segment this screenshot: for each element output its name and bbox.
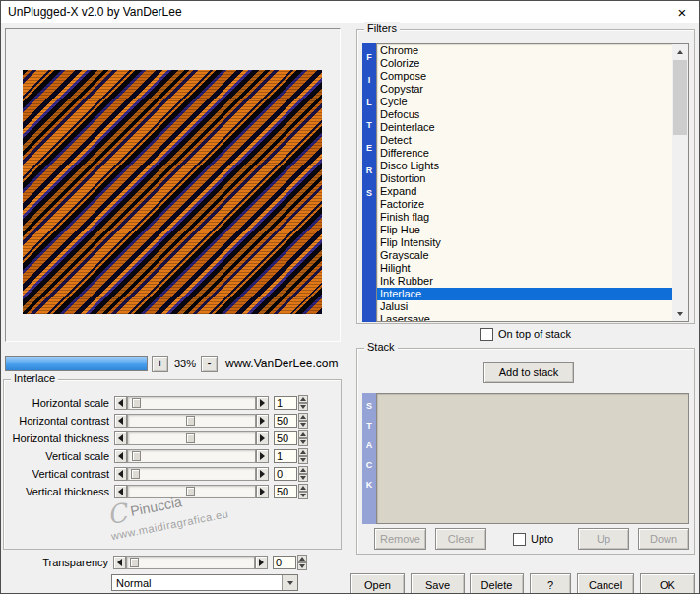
down-button[interactable]: Down bbox=[638, 528, 689, 550]
blend-mode-select[interactable]: Normal bbox=[111, 574, 298, 591]
filter-item[interactable]: Deinterlace bbox=[377, 121, 672, 134]
cancel-button[interactable]: Cancel bbox=[577, 573, 634, 594]
scrollbar-thumb[interactable] bbox=[673, 60, 687, 135]
filter-item[interactable]: Lasersave bbox=[377, 313, 672, 321]
slider-track[interactable] bbox=[127, 485, 256, 498]
slider-right-arrow[interactable] bbox=[256, 414, 269, 428]
filter-item[interactable]: Grayscale bbox=[377, 249, 672, 262]
filter-item[interactable]: Copystar bbox=[377, 83, 672, 96]
slider-left-arrow[interactable] bbox=[114, 414, 127, 428]
slider-spinner[interactable] bbox=[298, 395, 308, 411]
spin-up-button[interactable] bbox=[298, 413, 308, 421]
delete-button[interactable]: Delete bbox=[470, 573, 524, 594]
vanderlee-website-link[interactable]: www.VanDerLee.com bbox=[225, 357, 339, 370]
clear-button[interactable]: Clear bbox=[435, 528, 486, 550]
slider-thumb[interactable] bbox=[132, 451, 141, 461]
scroll-up-icon[interactable] bbox=[672, 44, 688, 59]
filter-item[interactable]: Interlace bbox=[377, 288, 672, 300]
slider-left-arrow[interactable] bbox=[114, 449, 127, 463]
slider-track[interactable] bbox=[126, 556, 255, 569]
slider-thumb[interactable] bbox=[132, 398, 141, 408]
slider-thumb[interactable] bbox=[130, 558, 139, 567]
spin-up-button[interactable] bbox=[298, 484, 308, 492]
spin-down-button[interactable] bbox=[298, 403, 308, 411]
save-button[interactable]: Save bbox=[411, 573, 465, 594]
filter-item[interactable]: Distortion bbox=[377, 172, 672, 185]
slider-left-arrow[interactable] bbox=[114, 431, 127, 445]
filters-scrollbar[interactable] bbox=[672, 44, 688, 321]
spin-up-button[interactable] bbox=[298, 395, 308, 403]
ok-button[interactable]: OK bbox=[640, 573, 695, 594]
slider-spinner[interactable] bbox=[298, 413, 308, 429]
spin-down-button[interactable] bbox=[298, 456, 308, 464]
open-button[interactable]: Open bbox=[350, 573, 405, 594]
on-top-of-stack-checkbox[interactable]: On top of stack bbox=[480, 327, 571, 341]
slider-right-arrow[interactable] bbox=[256, 467, 269, 481]
spin-down-button[interactable] bbox=[297, 562, 307, 570]
filter-item[interactable]: Finish flag bbox=[377, 211, 672, 224]
spin-up-button[interactable] bbox=[297, 555, 307, 562]
slider-track[interactable] bbox=[127, 431, 256, 445]
slider-spinner[interactable] bbox=[298, 466, 308, 482]
slider-value-input[interactable]: 50 bbox=[274, 431, 297, 445]
slider-thumb[interactable] bbox=[186, 433, 195, 443]
filter-item[interactable]: Compose bbox=[377, 70, 672, 83]
filter-item[interactable]: Flip Intensity bbox=[377, 236, 672, 249]
close-icon[interactable]: × bbox=[666, 1, 699, 23]
filter-item[interactable]: Cycle bbox=[377, 96, 672, 108]
spin-up-button[interactable] bbox=[298, 466, 308, 474]
slider-value-input[interactable]: 50 bbox=[274, 414, 297, 428]
slider-value-input[interactable]: 1 bbox=[274, 396, 297, 410]
spin-down-button[interactable] bbox=[298, 492, 308, 499]
slider-track[interactable] bbox=[127, 414, 256, 428]
slider-left-arrow[interactable] bbox=[114, 396, 127, 410]
slider-left-arrow[interactable] bbox=[113, 556, 126, 569]
chevron-down-icon[interactable] bbox=[282, 575, 297, 590]
slider-spinner[interactable] bbox=[298, 484, 308, 499]
slider-spinner[interactable] bbox=[297, 555, 307, 570]
filters-list[interactable]: ChromeColorizeComposeCopystarCycleDefocu… bbox=[376, 43, 689, 322]
slider-thumb[interactable] bbox=[186, 416, 195, 426]
filter-item[interactable]: Defocus bbox=[377, 108, 672, 121]
filter-item[interactable]: Difference bbox=[377, 147, 672, 160]
transparency-value-input[interactable]: 0 bbox=[273, 556, 296, 569]
slider-spinner[interactable] bbox=[298, 448, 308, 464]
slider-right-arrow[interactable] bbox=[256, 396, 269, 410]
stack-list[interactable] bbox=[376, 393, 689, 524]
slider-right-arrow[interactable] bbox=[256, 431, 269, 445]
slider-right-arrow[interactable] bbox=[256, 485, 269, 498]
slider-thumb[interactable] bbox=[131, 469, 140, 479]
add-to-stack-button[interactable]: Add to stack bbox=[483, 362, 574, 383]
slider-right-arrow[interactable] bbox=[255, 556, 268, 569]
spin-down-button[interactable] bbox=[298, 438, 308, 446]
slider-spinner[interactable] bbox=[298, 430, 308, 446]
slider-value-input[interactable]: 1 bbox=[274, 449, 297, 463]
zoom-in-button[interactable]: + bbox=[152, 356, 168, 372]
slider-track[interactable] bbox=[127, 449, 256, 463]
filter-item[interactable]: Detect bbox=[377, 134, 672, 147]
checkbox-icon[interactable] bbox=[480, 328, 493, 341]
upto-checkbox[interactable]: Upto bbox=[513, 532, 553, 546]
filter-item[interactable]: Jalusi bbox=[377, 300, 672, 313]
filter-item[interactable]: Colorize bbox=[377, 57, 672, 70]
slider-track[interactable] bbox=[127, 396, 256, 410]
slider-value-input[interactable]: 50 bbox=[274, 485, 297, 498]
filter-item[interactable]: Factorize bbox=[377, 198, 672, 211]
slider-value-input[interactable]: 0 bbox=[274, 467, 297, 481]
spin-up-button[interactable] bbox=[298, 430, 308, 438]
checkbox-icon[interactable] bbox=[513, 533, 526, 546]
help-button[interactable]: ? bbox=[530, 573, 571, 594]
filter-item[interactable]: Disco Lights bbox=[377, 160, 672, 172]
zoom-out-button[interactable]: - bbox=[201, 356, 218, 372]
slider-right-arrow[interactable] bbox=[256, 449, 269, 463]
slider-left-arrow[interactable] bbox=[114, 485, 127, 498]
filter-item[interactable]: Hilight bbox=[377, 262, 672, 275]
slider-track[interactable] bbox=[127, 467, 256, 481]
slider-left-arrow[interactable] bbox=[114, 467, 127, 481]
spin-down-button[interactable] bbox=[298, 474, 308, 482]
spin-down-button[interactable] bbox=[298, 421, 308, 429]
filter-item[interactable]: Chrome bbox=[377, 44, 672, 57]
filter-item[interactable]: Ink Rubber bbox=[377, 275, 672, 288]
slider-thumb[interactable] bbox=[186, 487, 195, 496]
up-button[interactable]: Up bbox=[578, 528, 629, 550]
